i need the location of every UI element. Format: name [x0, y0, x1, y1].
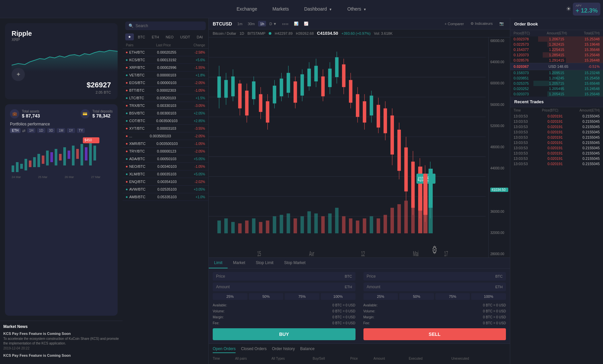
- coin-tab-star[interactable]: ★: [125, 33, 134, 40]
- portfolio-top: 💼 Total assets $ 87,743 💳 Total deposits…: [10, 109, 113, 118]
- sell-amount-input[interactable]: [367, 285, 496, 289]
- nav-items: Exchange Markets Dashboard ▼ Others ▼: [234, 6, 369, 12]
- filter-expand-btn[interactable]: ⇄: [22, 128, 26, 133]
- sell-75-btn[interactable]: 75%: [435, 293, 470, 300]
- pair-row[interactable]: NEO/BTC 0.00340103 -1.05%: [123, 163, 208, 170]
- pair-row[interactable]: ... 0.003500103 -2.05%: [123, 132, 208, 140]
- news-item-title-0[interactable]: KCS Pay Fees Feature is Coming Soon: [3, 332, 119, 336]
- buy-100-btn[interactable]: 100%: [321, 293, 356, 300]
- coin-tab-usdt[interactable]: USDT: [178, 33, 193, 40]
- svg-rect-47: [252, 81, 255, 99]
- sell-50-btn[interactable]: 50%: [399, 293, 434, 300]
- buy-75-btn[interactable]: 75%: [285, 293, 319, 300]
- time-3d-btn[interactable]: 3D: [47, 128, 55, 133]
- time-1m-btn[interactable]: 1M: [57, 128, 65, 133]
- pair-row[interactable]: VET/BTC 0.00000103 +1.8%: [123, 71, 208, 79]
- ob-buy-row[interactable]: 0.025375 1.205715 15.65648: [510, 81, 603, 86]
- pair-row[interactable]: AMB/BTC 0.05335103 +1.0%: [123, 193, 208, 201]
- time-1y-btn[interactable]: 1Y: [67, 128, 75, 133]
- ob-buy-row[interactable]: 0.020252 1.205495 15.24548: [510, 86, 603, 91]
- coin-tab-btc[interactable]: BTC: [135, 33, 148, 40]
- coin-tab-dai[interactable]: DAI: [194, 33, 205, 40]
- time-1d-btn[interactable]: 1D: [37, 128, 45, 133]
- pair-row[interactable]: EOS/BTC 0.00000103 -2.05%: [123, 79, 208, 87]
- tf-1m[interactable]: 1m: [235, 21, 244, 26]
- nav-others[interactable]: Others ▼: [345, 6, 369, 12]
- svg-rect-5: [29, 160, 31, 167]
- pair-row[interactable]: LTC/BTC 0.03520103 +1.5%: [123, 94, 208, 102]
- pair-row[interactable]: KCS/BTC 0.00013192 +5.6%: [123, 56, 208, 64]
- deposits-icon: 💳: [81, 109, 90, 118]
- pair-row[interactable]: COT/BTC 0.003500103 +2.85%: [123, 117, 208, 125]
- ob-sell-row[interactable]: 0.028576 1.291415 15.26448: [510, 58, 603, 63]
- indicateurs-btn[interactable]: ⚙ Indicateurs: [468, 21, 495, 26]
- pair-row[interactable]: XRP/BTC 0.00002996 -1.55%: [123, 64, 208, 71]
- trade-tab-market[interactable]: Market: [228, 258, 250, 268]
- pair-row[interactable]: ETH/BTC 0.00020255 -2.58%: [123, 49, 208, 56]
- news-item-title-1[interactable]: KCS Pay Fees Feature is Coming Soon: [3, 353, 119, 357]
- sell-25-btn[interactable]: 25%: [363, 293, 398, 300]
- sell-100-btn[interactable]: 100%: [471, 293, 506, 300]
- oo-tab-closed[interactable]: Closed Orders: [241, 346, 266, 353]
- oo-tab-open[interactable]: Open Orders: [213, 346, 236, 353]
- pair-row[interactable]: ADA/BTC 0.00050103 +5.05%: [123, 155, 208, 163]
- svg-rect-18: [85, 147, 87, 160]
- nav-markets[interactable]: Markets: [270, 6, 292, 12]
- pair-row[interactable]: BTT/BTC 0.00002303 -1.05%: [123, 87, 208, 94]
- ob-buy-row[interactable]: 0.020851 1.206245 15.25458: [510, 75, 603, 81]
- nav-exchange[interactable]: Exchange: [234, 6, 260, 12]
- buy-button[interactable]: BUY: [213, 328, 356, 340]
- pair-row[interactable]: TRX/BTC 0.00330103 -3.05%: [123, 102, 208, 110]
- theme-toggle-btn[interactable]: ☀: [566, 5, 571, 13]
- sell-price-input[interactable]: [367, 274, 496, 279]
- sell-button[interactable]: SELL: [363, 328, 506, 340]
- tf-1h[interactable]: 1h: [258, 21, 266, 26]
- ob-sell-row[interactable]: 0.022573 1.262415 15.19648: [510, 42, 603, 47]
- ob-sell-row[interactable]: 0.032378 1.206715 15.25348: [510, 36, 603, 42]
- buy-amount-input[interactable]: [216, 285, 345, 289]
- pair-row[interactable]: AVW/BTC 0.02535103 +3.05%: [123, 186, 208, 193]
- pair-row[interactable]: BSV/BTC 0.00300103 +2.05%: [123, 110, 208, 117]
- svg-rect-1: [12, 165, 14, 172]
- pair-row[interactable]: XYT/BTC 0.00003103 -3.55%: [123, 125, 208, 132]
- svg-rect-69: [328, 68, 331, 87]
- tf-line[interactable]: 📈: [302, 21, 310, 26]
- pair-row[interactable]: XLM/BTC 0.00035103 +5.05%: [123, 170, 208, 178]
- tf-30m[interactable]: 30m: [246, 21, 257, 26]
- ob-buy-row[interactable]: 0.020373 1.205415 15.25648: [510, 91, 603, 97]
- nav-dashboard[interactable]: Dashboard ▼: [302, 6, 335, 12]
- time-ty-btn[interactable]: TY: [77, 128, 85, 133]
- coin-tab-eth[interactable]: ETH: [149, 33, 162, 40]
- svg-rect-122: [356, 220, 359, 233]
- coin-tab-neo[interactable]: NEO: [163, 33, 176, 40]
- eth-filter-btn[interactable]: ETH: [10, 128, 21, 133]
- tf-d[interactable]: D ▼: [267, 21, 279, 26]
- screenshot-btn[interactable]: 📷: [497, 21, 506, 26]
- ob-sell-row[interactable]: 0.120373 1.285415 15.25648: [510, 52, 603, 58]
- ob-buy-row[interactable]: 0.158373 1.209515 15.23248: [510, 70, 603, 75]
- oo-tab-history[interactable]: Order history: [272, 346, 295, 353]
- buy-25-btn[interactable]: 25%: [213, 293, 247, 300]
- ob-sell-row[interactable]: 0.154377 1.225415 15.35648: [510, 47, 603, 52]
- oo-tab-balance[interactable]: Balance: [300, 346, 314, 353]
- time-1h-btn[interactable]: 1H: [27, 128, 35, 133]
- sell-price-input-row: BTC: [363, 272, 506, 281]
- trade-tab-limit[interactable]: Limit: [209, 258, 228, 268]
- search-input[interactable]: [136, 23, 202, 28]
- trade-tab-stop-limit[interactable]: Stop Limit: [250, 258, 279, 268]
- sell-orders: 0.032378 1.206715 15.25348 0.022573 1.26…: [510, 36, 603, 63]
- comparer-btn[interactable]: + Comparer: [443, 21, 466, 26]
- rt-trade-row: 13:03:53 0.020191 0.2155045: [510, 129, 603, 135]
- trade-tab-stop-market[interactable]: Stop Market: [279, 258, 311, 268]
- pair-row[interactable]: ENQ/BTC 0.00354103 -2.02%: [123, 178, 208, 186]
- tf-bars[interactable]: ⚏⚏: [280, 21, 291, 26]
- buy-price-input[interactable]: [216, 274, 345, 279]
- buy-50-btn[interactable]: 50%: [249, 293, 284, 300]
- oo-col-buysell: Buy/Sell: [313, 356, 350, 361]
- tf-candle[interactable]: 📊: [292, 21, 301, 26]
- pair-row[interactable]: XMR/BTC 0.003500103 -1.05%: [123, 140, 208, 148]
- pair-row[interactable]: TRY/BTC 0.00000123 -2.05%: [123, 148, 208, 155]
- oo-col-executed: Executed: [409, 356, 452, 361]
- svg-rect-63: [307, 68, 311, 86]
- svg-rect-3: [20, 164, 23, 169]
